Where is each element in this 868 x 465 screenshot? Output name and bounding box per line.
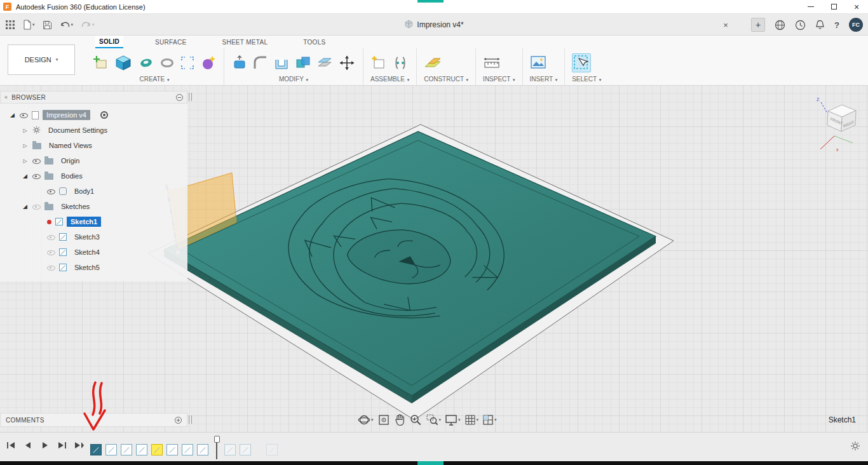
timeline-feature-sketch[interactable] <box>105 444 117 455</box>
user-avatar[interactable]: FC <box>849 18 863 32</box>
group-label-inspect[interactable]: INSPECT <box>483 76 510 83</box>
visibility-eye-icon[interactable] <box>47 264 55 272</box>
group-label-assemble[interactable]: ASSEMBLE <box>370 76 405 83</box>
expand-icon[interactable]: ◢ <box>22 173 29 179</box>
tree-label[interactable]: Document Settings <box>44 125 111 135</box>
visibility-eye-icon[interactable] <box>47 248 55 257</box>
display-settings-button[interactable]: ▾ <box>445 414 461 426</box>
tab-surface[interactable]: SURFACE <box>151 36 190 48</box>
tree-label[interactable]: Sketch4 <box>71 247 104 257</box>
visibility-eye-icon[interactable] <box>32 172 41 180</box>
visibility-eye-icon[interactable] <box>32 203 41 211</box>
file-menu-button[interactable]: ▾ <box>23 20 35 30</box>
group-label-select[interactable]: SELECT <box>572 76 597 83</box>
joint-button[interactable] <box>392 55 409 71</box>
browser-header[interactable]: « BROWSER <box>0 91 187 104</box>
save-button[interactable] <box>43 20 52 30</box>
coil-button[interactable] <box>159 55 175 71</box>
create-sketch-button[interactable] <box>92 55 109 71</box>
timeline-feature-rolled-back[interactable] <box>224 444 236 455</box>
insert-canvas-button[interactable] <box>530 55 546 71</box>
minimize-button[interactable] <box>799 0 822 14</box>
zoom-button[interactable] <box>409 414 422 426</box>
visibility-eye-icon[interactable] <box>47 233 55 241</box>
close-window-button[interactable]: × <box>845 0 868 14</box>
timeline-feature-highlighted[interactable] <box>151 444 163 455</box>
group-label-modify[interactable]: MODIFY <box>279 76 304 83</box>
step-forward-button[interactable] <box>57 440 68 451</box>
go-to-end-button[interactable] <box>74 440 85 451</box>
group-label-create[interactable]: CREATE <box>139 76 165 83</box>
play-button[interactable] <box>39 440 51 451</box>
view-cube[interactable]: Z FRONT RIGHT x <box>817 97 856 152</box>
browser-panel-handle[interactable] <box>189 93 192 101</box>
tree-row-sketch5[interactable]: Sketch5 <box>0 260 187 275</box>
expand-icon[interactable]: ◢ <box>9 112 16 118</box>
fillet-button[interactable] <box>253 55 268 71</box>
tree-row-sketch4[interactable]: Sketch4 <box>0 245 187 260</box>
tree-row-root[interactable]: ◢ Impresion v4 <box>0 107 187 123</box>
timeline-feature-sketch[interactable] <box>136 444 147 455</box>
tree-row-named-views[interactable]: ▷ Named Views <box>0 138 187 153</box>
timeline-feature-sketch[interactable] <box>182 444 193 455</box>
go-to-start-button[interactable] <box>5 440 17 451</box>
viewports-button[interactable]: ▾ <box>482 414 497 426</box>
timeline-feature-sketch[interactable] <box>166 444 178 455</box>
workspace-selector[interactable]: DESIGN ▾ <box>8 44 75 75</box>
tab-tools[interactable]: TOOLS <box>299 36 329 48</box>
panel-minimize-icon[interactable] <box>176 94 183 101</box>
undo-button[interactable]: ▾ <box>60 20 74 29</box>
primitive-sphere-button[interactable] <box>200 55 217 71</box>
collapse-panel-icon[interactable]: « <box>4 94 8 100</box>
revolve-button[interactable] <box>138 55 154 71</box>
comments-bar[interactable]: COMMENTS <box>0 413 187 427</box>
tree-row-sketch1[interactable]: Sketch1 <box>0 214 187 229</box>
select-tool-button[interactable] <box>572 53 591 72</box>
maximize-button[interactable] <box>822 0 845 14</box>
close-document-button[interactable]: × <box>719 18 732 31</box>
pan-hand-button[interactable] <box>394 414 405 426</box>
tree-row-sketches[interactable]: ◢ Sketches <box>0 199 187 214</box>
tree-label[interactable]: Origin <box>57 156 83 166</box>
tree-label[interactable]: Bodies <box>57 171 86 181</box>
tree-row-body1[interactable]: Body1 <box>0 184 187 199</box>
timeline-feature-suppressed[interactable] <box>266 444 278 455</box>
group-label-construct[interactable]: CONSTRUCT <box>424 76 464 83</box>
tree-label[interactable]: Sketch3 <box>71 232 104 242</box>
expand-icon[interactable]: ◢ <box>22 203 29 210</box>
look-at-button[interactable] <box>377 414 390 426</box>
grid-layout-button[interactable]: ▾ <box>465 414 479 426</box>
help-button[interactable]: ? <box>834 20 839 30</box>
visibility-eye-icon[interactable] <box>32 157 41 165</box>
tree-row-sketch3[interactable]: Sketch3 <box>0 229 187 245</box>
tree-label[interactable]: Sketch1 <box>67 217 101 227</box>
tree-label[interactable]: Named Views <box>45 140 96 151</box>
move-copy-button[interactable] <box>338 54 356 72</box>
measure-button[interactable] <box>483 55 501 71</box>
tab-solid[interactable]: SOLID <box>95 36 123 48</box>
tree-row-document-settings[interactable]: ▷ Document Settings <box>0 123 187 138</box>
timeline-feature-sketch[interactable] <box>197 444 208 455</box>
new-component-button[interactable] <box>370 55 387 71</box>
notifications-bell-icon[interactable] <box>815 20 825 30</box>
tree-label[interactable]: Sketches <box>57 201 93 212</box>
construction-plane-button[interactable] <box>424 55 442 71</box>
shell-button[interactable] <box>273 55 290 71</box>
app-grid-icon[interactable] <box>5 20 15 30</box>
timeline-feature-rolled-back[interactable] <box>240 444 251 455</box>
new-tab-button[interactable]: + <box>751 18 765 32</box>
3d-viewport[interactable]: Z FRONT RIGHT x « BROWSER ◢ <box>0 86 868 432</box>
activate-component-icon[interactable] <box>100 111 108 119</box>
timeline-feature-sketch[interactable] <box>121 444 132 455</box>
job-status-clock-icon[interactable] <box>795 20 806 30</box>
timeline-feature-base[interactable] <box>90 444 102 455</box>
step-back-button[interactable] <box>22 440 34 451</box>
offset-face-button[interactable] <box>316 55 333 71</box>
press-pull-button[interactable] <box>231 55 248 71</box>
expand-comments-icon[interactable] <box>175 417 182 424</box>
document-tab[interactable]: Impresion v4* <box>404 14 463 36</box>
orbit-button[interactable]: ▾ <box>358 414 374 426</box>
collapse-icon[interactable]: ▷ <box>22 158 29 164</box>
timeline-settings-gear-icon[interactable] <box>850 441 860 454</box>
visibility-eye-icon[interactable] <box>20 111 28 119</box>
